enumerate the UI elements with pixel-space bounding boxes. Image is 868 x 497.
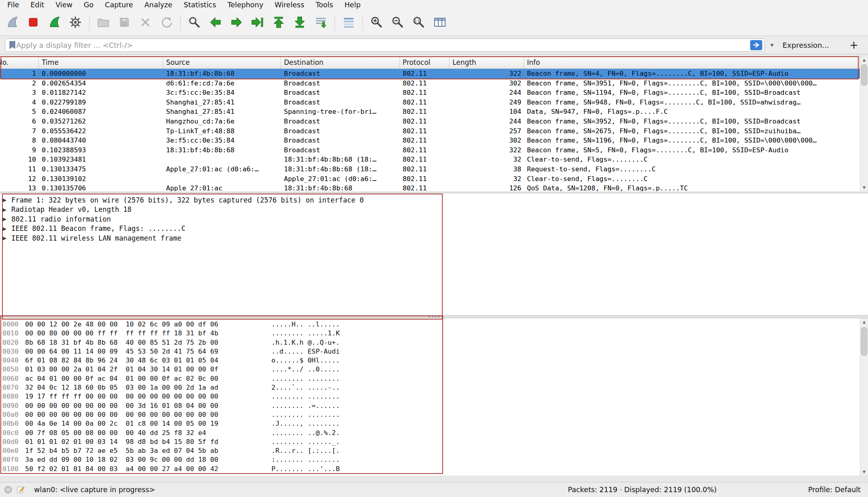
packet-row[interactable]: 60.035271262Hangzhou_cd:7a:6eBroadcast80…: [0, 117, 860, 126]
zoom-in-button[interactable]: [366, 13, 387, 33]
colorize-button[interactable]: [338, 13, 359, 33]
go-back-button[interactable]: [205, 13, 226, 33]
packet-row[interactable]: 50.024060087Shanghai_27:85:41Spanning-tr…: [0, 107, 860, 117]
expander-icon[interactable]: ▶: [2, 235, 11, 241]
column-header-length[interactable]: Length: [450, 57, 524, 68]
packet-cell: 0.011827142: [39, 88, 163, 98]
hex-offset: 0100: [0, 465, 25, 474]
packet-rows: 10.00000000018:31:bf:4b:8b:68Broadcast80…: [0, 69, 860, 191]
filter-history-caret[interactable]: ▾: [767, 41, 777, 49]
hex-scrollbar[interactable]: ▲ ▼: [860, 318, 868, 476]
column-header-no[interactable]: No.: [0, 57, 39, 68]
packet-cell: 18:31:bf:4b:8b:68: [281, 183, 400, 191]
packet-row[interactable]: 20.002654354d6:61:fe:cd:7a:6eBroadcast80…: [0, 79, 860, 88]
expression-button[interactable]: Expression...: [783, 41, 829, 49]
scroll-up-arrow[interactable]: ▲: [860, 56, 868, 64]
detail-row[interactable]: ▶Frame 1: 322 bytes on wire (2576 bits),…: [0, 195, 868, 205]
apply-filter-button[interactable]: [750, 40, 762, 50]
pane-splitter[interactable]: [0, 315, 868, 318]
packet-cell: Beacon frame, SN=2675, FN=0, Flags=.....…: [524, 126, 860, 136]
hex-row: 007032 04 0c 12 18 60 0b 05 03 00 1a 00 …: [0, 383, 860, 392]
menu-item-view[interactable]: View: [50, 0, 78, 10]
hex-bytes: 00 00 00 00 00 00 00 00 00 3d 16 01 08 0…: [25, 401, 271, 410]
expander-icon[interactable]: ▶: [2, 197, 11, 203]
packet-row[interactable]: 130.130135706Apple_27:01:ac18:31:bf:4b:8…: [0, 183, 860, 191]
detail-row[interactable]: ▶802.11 radio information: [0, 214, 868, 224]
filter-bookmark-icon[interactable]: [9, 41, 16, 50]
menu-item-tools[interactable]: Tools: [310, 0, 339, 10]
go-first-button[interactable]: [268, 13, 289, 33]
scroll-down-arrow[interactable]: ▼: [860, 468, 868, 476]
hex-offset: 00f0: [0, 455, 25, 464]
expander-icon[interactable]: ▶: [2, 216, 11, 222]
menu-item-statistics[interactable]: Statistics: [178, 0, 222, 10]
detail-row[interactable]: ▶Radiotap Header v0, Length 18: [0, 205, 868, 215]
hex-bytes: 19 17 ff ff ff 00 00 00 00 00 00 00 00 0…: [25, 392, 271, 401]
menu-item-file[interactable]: File: [2, 0, 25, 10]
hex-offset: 0050: [0, 365, 25, 374]
display-filter-input[interactable]: [16, 41, 750, 49]
packet-cell: Request-to-send, Flags=........C: [524, 164, 860, 174]
packet-cell: 244: [450, 88, 524, 98]
packet-row[interactable]: 80.0804437403e:f5:cc:0e:35:84Broadcast80…: [0, 136, 860, 145]
find-packet-button[interactable]: [184, 13, 205, 33]
display-filter-field[interactable]: [5, 38, 765, 52]
arrow-left-icon: [209, 15, 222, 31]
colorize-icon: [342, 15, 356, 31]
stop-capture-button[interactable]: [23, 13, 44, 33]
profile-text[interactable]: Profile: Default: [808, 486, 861, 494]
packet-row[interactable]: 120.130139102Apple_27:01:ac (d0:a6:…802.…: [0, 174, 860, 184]
menu-item-edit[interactable]: Edit: [25, 0, 50, 10]
packet-row[interactable]: 90.10238859318:31:bf:4b:8b:68Broadcast80…: [0, 145, 860, 155]
packet-cell: 12: [0, 174, 39, 184]
capture-comment-icon[interactable]: [16, 485, 25, 494]
packet-counts-text: Packets: 2119 · Displayed: 2119 (100.0%): [568, 486, 717, 494]
packet-list-scrollbar[interactable]: ▲ ▼: [860, 56, 868, 191]
auto-scroll-button[interactable]: [310, 13, 331, 33]
menu-item-telephony[interactable]: Telephony: [222, 0, 269, 10]
packet-row[interactable]: 30.0118271423c:f5:cc:0e:35:84Broadcast80…: [0, 88, 860, 98]
packet-cell: Shanghai_27:85:41: [163, 98, 281, 107]
packet-row[interactable]: 10.00000000018:31:bf:4b:8b:68Broadcast80…: [0, 69, 860, 79]
column-header-info[interactable]: Info: [524, 57, 860, 68]
hex-offset: 0070: [0, 383, 25, 392]
menu-item-capture[interactable]: Capture: [99, 0, 139, 10]
packet-row[interactable]: 40.022799189Shanghai_27:85:41Broadcast80…: [0, 98, 860, 107]
packet-row[interactable]: 70.055536422Tp-LinkT_ef:48:88Broadcast80…: [0, 126, 860, 136]
packet-cell: Beacon frame, SN=3951, FN=0, Flags=.....…: [524, 79, 860, 88]
go-forward-button[interactable]: [226, 13, 247, 33]
detail-row[interactable]: ▶IEEE 802.11 wireless LAN management fra…: [0, 233, 868, 243]
column-header-protocol[interactable]: Protocol: [400, 57, 450, 68]
column-header-time[interactable]: Time: [39, 57, 163, 68]
go-last-button[interactable]: [289, 13, 310, 33]
column-header-source[interactable]: Source: [163, 57, 281, 68]
scroll-up-arrow[interactable]: ▲: [860, 318, 868, 326]
zoom-out-button[interactable]: [387, 13, 408, 33]
scroll-down-arrow[interactable]: ▼: [860, 184, 868, 191]
add-filter-button[interactable]: +: [849, 40, 858, 50]
zoom-reset-button[interactable]: 1:1: [408, 13, 429, 33]
column-header-destination[interactable]: Destination: [281, 57, 400, 68]
hex-offset: 0010: [0, 329, 25, 338]
scrollbar-thumb[interactable]: [861, 64, 867, 85]
packet-cell: 802.11: [400, 107, 450, 117]
restart-capture-button[interactable]: [44, 13, 65, 33]
go-to-packet-button[interactable]: [247, 13, 268, 33]
hex-ascii: :....... ........: [271, 455, 340, 464]
packet-row[interactable]: 110.130133475Apple_27:01:ac (d0:a6:…18:3…: [0, 164, 860, 174]
hex-row: 00e01f 52 b4 b5 b7 72 ae e5 5b ab 3a ed …: [0, 446, 860, 455]
menu-item-wireless[interactable]: Wireless: [269, 0, 310, 10]
resize-columns-button[interactable]: [429, 13, 450, 33]
expander-icon[interactable]: ▶: [2, 207, 11, 213]
scrollbar-thumb[interactable]: [861, 327, 867, 356]
menu-item-help[interactable]: Help: [339, 0, 366, 10]
packet-row[interactable]: 100.10392348118:31:bf:4b:8b:68 (18:…802.…: [0, 155, 860, 164]
capture-options-button[interactable]: [65, 13, 86, 33]
menu-item-analyze[interactable]: Analyze: [139, 0, 178, 10]
menu-item-go[interactable]: Go: [78, 0, 99, 10]
hex-ascii: ........ ..@.%.2.: [271, 429, 340, 437]
expert-info-icon[interactable]: [4, 486, 12, 494]
hex-bytes: 6f 01 08 82 84 8b 96 24 30 48 6c 03 01 0…: [25, 356, 271, 365]
detail-row[interactable]: ▶IEEE 802.11 Beacon frame, Flags: ......…: [0, 224, 868, 234]
expander-icon[interactable]: ▶: [2, 226, 11, 232]
